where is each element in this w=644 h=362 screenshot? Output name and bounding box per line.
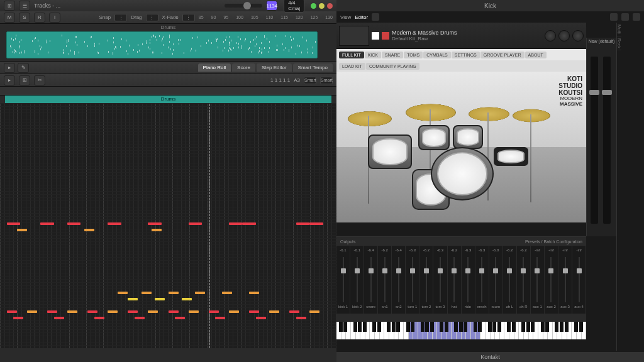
piano-key[interactable] <box>418 322 423 339</box>
kit-tab[interactable]: TOMS <box>404 52 423 58</box>
midi-note[interactable] <box>209 310 219 313</box>
preset-next-icon[interactable] <box>633 13 640 21</box>
input-button[interactable]: I <box>49 13 60 23</box>
minimize-icon[interactable] <box>319 3 325 9</box>
editor-tab[interactable]: Smart Tempo <box>293 63 333 72</box>
midi-note[interactable] <box>108 310 118 313</box>
presets-label[interactable]: Presets / Batch Configuration <box>525 239 582 244</box>
midi-note[interactable] <box>189 222 202 225</box>
drum-kit-view[interactable]: KOTI STUDIO KOUTSI MODERN MASSIVE <box>336 72 586 222</box>
mixer-channel[interactable]: -6.1kick 1 <box>336 246 350 314</box>
traffic-lights[interactable] <box>311 3 333 9</box>
midi-note[interactable] <box>17 229 27 231</box>
mixer-channel[interactable]: -infaux 2 <box>545 246 558 314</box>
midi-note[interactable] <box>142 292 152 294</box>
rack-tom-2[interactable] <box>453 125 483 149</box>
mixer-channel[interactable]: -6.0room <box>489 246 503 314</box>
midi-note[interactable] <box>155 298 165 300</box>
midi-note[interactable] <box>289 310 299 313</box>
editor-button[interactable]: Editor <box>355 14 368 20</box>
piano-key[interactable] <box>404 322 409 339</box>
midi-note[interactable] <box>229 222 242 225</box>
kit-tab[interactable]: SNARE <box>382 52 403 58</box>
midi-note[interactable] <box>222 292 232 294</box>
midi-note[interactable] <box>309 222 323 225</box>
tune-knob[interactable] <box>545 30 556 41</box>
piano-key[interactable] <box>486 322 491 339</box>
midi-region[interactable] <box>6 31 318 58</box>
mixer-channel[interactable]: -infaux 1 <box>531 246 545 314</box>
midi-note[interactable] <box>256 317 266 319</box>
mixer-channel[interactable]: -6.3tom 3 <box>433 246 447 314</box>
midi-note[interactable] <box>67 310 77 313</box>
midi-note[interactable] <box>296 222 309 225</box>
rack-multi-label[interactable]: Multi <box>617 23 621 36</box>
mixer-channel[interactable]: -6.2tom 2 <box>419 246 433 314</box>
piano-key[interactable] <box>384 322 389 339</box>
rack-tom-1[interactable] <box>418 125 450 150</box>
xfade-value[interactable]: ⋮ <box>182 14 195 21</box>
midi-note[interactable] <box>135 317 145 319</box>
pan-knob[interactable] <box>558 30 570 41</box>
tool-pencil-icon[interactable]: ✎ <box>18 63 29 73</box>
midi-note[interactable] <box>128 298 138 300</box>
midi-note[interactable] <box>249 292 259 294</box>
master-fader-r[interactable] <box>603 57 611 224</box>
cymbal-crash-center[interactable] <box>406 104 456 121</box>
midi-note[interactable] <box>47 310 57 313</box>
kit-tab[interactable]: FULL KIT <box>339 52 364 58</box>
kit-subtab[interactable]: COMMUNITY PLAYING <box>366 63 419 70</box>
cymbal-hihat[interactable] <box>513 109 550 123</box>
mixer-channel[interactable]: -6.1kick 2 <box>350 246 364 314</box>
virtual-keyboard[interactable] <box>336 322 586 339</box>
midi-note[interactable] <box>7 310 17 313</box>
kick-drum[interactable] <box>431 147 494 200</box>
mixer-channel[interactable]: -6.2sn1 <box>378 246 392 314</box>
midi-note[interactable] <box>148 222 161 225</box>
mixer-channel[interactable]: -6.3tom 1 <box>406 246 419 314</box>
library-icon[interactable]: ⊞ <box>4 1 15 11</box>
grid-tool-icon[interactable]: ⊞ <box>19 75 30 85</box>
midi-note[interactable] <box>296 317 306 319</box>
tool-pointer-icon[interactable]: ▸ <box>4 63 15 73</box>
midi-note[interactable] <box>118 292 128 294</box>
mixer-channel[interactable]: -6.3crash <box>475 246 489 314</box>
snap-value[interactable]: ⋮ <box>114 14 127 21</box>
instrument-name[interactable]: Modern & Massive Drums <box>392 30 542 36</box>
piano-key[interactable] <box>519 322 524 339</box>
midi-note[interactable] <box>67 222 80 225</box>
midi-note[interactable] <box>189 310 199 313</box>
floor-tom-1[interactable] <box>368 134 412 169</box>
snap1-select[interactable]: Smart <box>304 77 316 84</box>
midi-note[interactable] <box>175 317 185 319</box>
maximize-icon[interactable] <box>327 3 333 9</box>
arrange-view[interactable]: Drums <box>0 24 336 62</box>
piano-key[interactable] <box>504 322 509 339</box>
mute-button[interactable]: M <box>4 13 15 23</box>
kit-tab[interactable]: CYMBALS <box>423 52 450 58</box>
midi-note[interactable] <box>54 317 64 319</box>
midi-note[interactable] <box>182 298 192 300</box>
record-button[interactable]: R <box>34 13 45 23</box>
preset-prev-icon[interactable] <box>621 13 629 21</box>
kit-subtab[interactable]: LOAD KIT <box>339 63 365 70</box>
midi-note[interactable] <box>169 292 179 294</box>
midi-note[interactable] <box>249 310 259 313</box>
mixer-channel[interactable]: -infaux 4 <box>572 246 586 314</box>
inspector-icon[interactable]: ☰ <box>19 1 30 11</box>
compare-icon[interactable] <box>372 13 379 21</box>
editor-tab[interactable]: Piano Roll <box>198 63 231 72</box>
snare-drum[interactable] <box>494 147 528 166</box>
time-sig-display[interactable]: 4/4Cmaj <box>284 0 304 13</box>
solo-button[interactable]: S <box>19 13 30 23</box>
midi-note[interactable] <box>215 317 225 319</box>
zoom-slider[interactable] <box>225 4 262 8</box>
piano-key[interactable] <box>572 322 577 339</box>
midi-note[interactable] <box>152 229 162 231</box>
piano-key[interactable] <box>538 322 543 339</box>
kit-tab[interactable]: GROOVE PLAYER <box>480 52 525 58</box>
mixer-channel[interactable]: -6.2hat <box>448 246 462 314</box>
editor-tab[interactable]: Score <box>232 63 255 72</box>
region-name[interactable]: Drums <box>5 96 331 103</box>
mixer-channel[interactable]: -6.3ride <box>462 246 475 314</box>
